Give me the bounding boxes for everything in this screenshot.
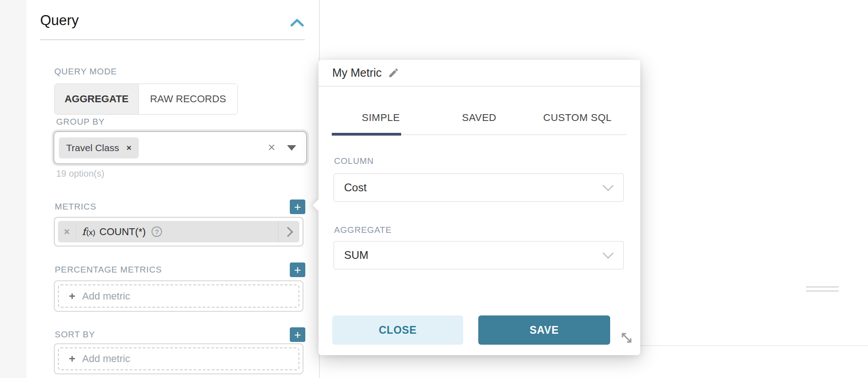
aggregate-label: AGGREGATE bbox=[334, 225, 392, 235]
chevron-down-icon bbox=[602, 247, 613, 258]
caret-down-icon[interactable] bbox=[287, 145, 296, 151]
column-select[interactable]: Cost bbox=[334, 173, 624, 202]
popover-title: My Metric bbox=[332, 66, 382, 79]
popover-arrow bbox=[313, 199, 325, 211]
tag-remove-icon[interactable]: × bbox=[126, 143, 131, 153]
metric-edit-popover: My Metric SIMPLE SAVED CUSTOM SQL COLUMN… bbox=[319, 60, 640, 355]
resize-icon[interactable] bbox=[620, 331, 633, 345]
add-metric-placeholder: + Add metric bbox=[58, 284, 299, 308]
query-mode-raw-records[interactable]: RAW RECORDS bbox=[139, 84, 237, 114]
tab-custom-sql[interactable]: CUSTOM SQL bbox=[528, 104, 627, 136]
aggregate-value: SUM bbox=[344, 249, 604, 262]
aggregate-select[interactable]: SUM bbox=[334, 241, 624, 269]
close-button[interactable]: CLOSE bbox=[332, 315, 463, 345]
function-f: f bbox=[82, 226, 86, 237]
add-metric-text: Add metric bbox=[82, 353, 130, 365]
plus-icon: + bbox=[69, 290, 75, 303]
selected-value-tag: Travel Class × bbox=[59, 137, 139, 158]
chevron-up-icon[interactable] bbox=[290, 18, 304, 27]
left-gutter bbox=[0, 0, 26, 378]
help-icon[interactable]: ? bbox=[152, 226, 162, 237]
add-metric-text: Add metric bbox=[82, 290, 130, 302]
query-mode-toggle: AGGREGATE RAW RECORDS bbox=[54, 84, 238, 115]
drag-handle-line bbox=[806, 290, 839, 292]
add-metric-placeholder: + Add metric bbox=[58, 347, 299, 370]
chevron-right-icon bbox=[283, 226, 293, 237]
add-sort-metric-button[interactable]: + bbox=[290, 327, 305, 342]
metric-remove-icon[interactable]: × bbox=[58, 226, 76, 238]
tab-simple[interactable]: SIMPLE bbox=[332, 104, 430, 136]
options-count: 19 option(s) bbox=[56, 168, 105, 179]
drag-handle-line bbox=[806, 286, 839, 288]
plus-icon: + bbox=[69, 352, 75, 365]
sort-by-dropzone[interactable]: + Add metric bbox=[54, 343, 303, 374]
save-button[interactable]: SAVE bbox=[478, 315, 610, 345]
metrics-label: METRICS bbox=[55, 202, 96, 212]
section-divider bbox=[40, 39, 305, 40]
popover-header: My Metric bbox=[319, 60, 640, 87]
active-tab-indicator bbox=[332, 133, 401, 136]
sort-by-label: SORT BY bbox=[55, 330, 95, 340]
tag-label: Travel Class bbox=[66, 142, 119, 153]
metrics-container: × f(x) COUNT(*) ? bbox=[54, 217, 303, 247]
explore-screen: Query QUERY MODE AGGREGATE RAW RECORDS G… bbox=[0, 0, 868, 378]
query-section-title: Query bbox=[40, 12, 78, 29]
panel-drag-handle[interactable] bbox=[806, 286, 839, 294]
percentage-metrics-label: PERCENTAGE METRICS bbox=[55, 265, 162, 275]
column-label: COLUMN bbox=[334, 156, 374, 166]
function-icon: f(x) bbox=[82, 226, 95, 237]
add-percentage-metric-button[interactable]: + bbox=[290, 262, 305, 277]
metric-expression: COUNT(*) bbox=[99, 226, 146, 238]
group-by-select[interactable]: Travel Class × × bbox=[53, 131, 307, 164]
metric-pill[interactable]: × f(x) COUNT(*) ? bbox=[58, 221, 299, 242]
query-mode-label: QUERY MODE bbox=[54, 67, 117, 77]
pill-separator bbox=[76, 225, 76, 239]
chevron-down-icon bbox=[602, 180, 613, 191]
percentage-metrics-dropzone[interactable]: + Add metric bbox=[54, 280, 303, 312]
query-mode-aggregate[interactable]: AGGREGATE bbox=[55, 84, 139, 114]
add-metric-button[interactable]: + bbox=[290, 200, 305, 214]
group-by-label: GROUP BY bbox=[56, 117, 105, 127]
column-value: Cost bbox=[344, 181, 604, 194]
function-args: (x) bbox=[86, 228, 95, 237]
clear-icon[interactable]: × bbox=[268, 142, 275, 154]
tab-saved[interactable]: SAVED bbox=[430, 104, 528, 136]
edit-icon[interactable] bbox=[388, 67, 399, 79]
popover-tabs: SIMPLE SAVED CUSTOM SQL bbox=[332, 104, 627, 136]
metric-open-button[interactable] bbox=[278, 221, 299, 242]
